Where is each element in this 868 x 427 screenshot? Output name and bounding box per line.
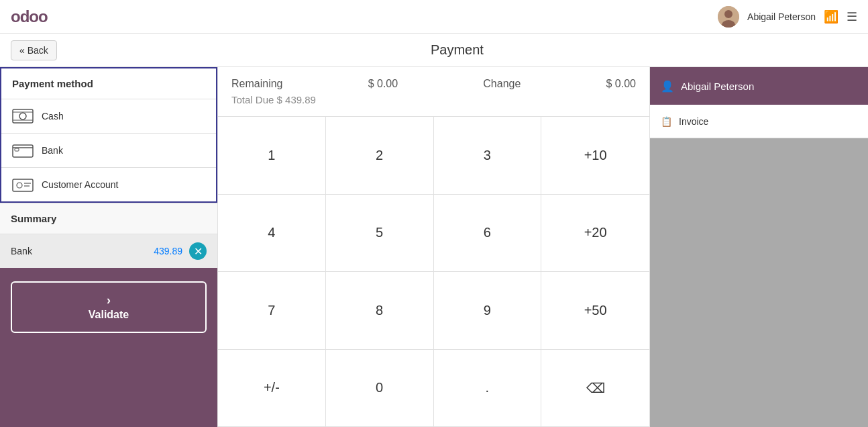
validate-section: › Validate: [0, 268, 217, 346]
validate-arrow: ›: [107, 293, 111, 307]
validate-label: Validate: [89, 309, 129, 321]
payment-method-section: Payment method Cash: [0, 67, 217, 203]
account-icon: [12, 177, 34, 192]
numpad-key-dot[interactable]: .: [434, 350, 542, 428]
customer-account-label: Customer Account: [42, 179, 118, 190]
svg-point-11: [17, 183, 22, 188]
remove-bank-button[interactable]: ✕: [189, 242, 207, 260]
invoice-icon: 📋: [661, 116, 672, 127]
numpad-key-plusslash-[interactable]: +/-: [218, 350, 326, 428]
person-icon: 👤: [661, 80, 674, 93]
payment-option-bank[interactable]: Bank: [1, 134, 216, 168]
change-label: Change: [483, 78, 521, 90]
total-due-value: $ 439.89: [277, 94, 316, 105]
remaining-label: Remaining: [231, 78, 282, 90]
validate-button[interactable]: › Validate: [11, 281, 207, 333]
numpad-key-8[interactable]: 8: [326, 272, 434, 350]
menu-icon[interactable]: ☰: [847, 9, 857, 24]
payment-option-customer-account[interactable]: Customer Account: [1, 168, 216, 201]
avatar: [718, 6, 739, 28]
bank-icon: [12, 143, 34, 158]
numpad-key-backspace[interactable]: ⌫: [541, 350, 649, 428]
summary-section: Summary Bank 439.89 ✕: [0, 203, 217, 268]
page-title: Payment: [57, 42, 857, 58]
topbar: odoo Abigail Peterson 📶 ☰: [0, 0, 868, 34]
cash-label: Cash: [42, 111, 64, 122]
numpad-key-2[interactable]: 2: [326, 117, 434, 195]
change-value: $ 0.00: [606, 78, 635, 90]
center-panel: Remaining $ 0.00 Change $ 0.00 Total Due…: [218, 67, 650, 427]
svg-rect-3: [13, 109, 33, 123]
wifi-icon: 📶: [824, 9, 838, 24]
summary-row: Bank 439.89 ✕: [0, 234, 217, 268]
payment-info-row2: Total Due $ 439.89: [231, 94, 636, 105]
svg-rect-8: [15, 148, 19, 151]
total-due-label: Total Due: [231, 94, 274, 105]
payment-info-row1: Remaining $ 0.00 Change $ 0.00: [231, 78, 636, 90]
right-user-header: 👤 Abigail Peterson: [650, 67, 868, 105]
summary-row-right: 439.89 ✕: [154, 242, 207, 260]
right-panel: 👤 Abigail Peterson 📋 Invoice: [650, 67, 868, 427]
invoice-row[interactable]: 📋 Invoice: [650, 105, 868, 138]
payment-info: Remaining $ 0.00 Change $ 0.00 Total Due…: [218, 67, 649, 117]
main-layout: Payment method Cash: [0, 67, 868, 427]
numpad: 123+10456+20789+50+/-0.⌫: [218, 117, 649, 427]
numpad-key-7[interactable]: 7: [218, 272, 326, 350]
topbar-username: Abigail Peterson: [747, 11, 816, 22]
cash-icon: [12, 109, 34, 124]
numpad-key-1[interactable]: 1: [218, 117, 326, 195]
summary-bank-amount: 439.89: [154, 246, 182, 256]
numpad-key-5[interactable]: 5: [326, 195, 434, 273]
summary-bank-label: Bank: [11, 246, 32, 256]
svg-point-4: [19, 113, 26, 120]
left-panel: Payment method Cash: [0, 67, 218, 427]
svg-rect-10: [13, 179, 33, 191]
numpad-key-6[interactable]: 6: [434, 195, 542, 273]
svg-point-1: [724, 10, 733, 18]
numpad-key-plus50[interactable]: +50: [541, 272, 649, 350]
numpad-key-3[interactable]: 3: [434, 117, 542, 195]
odoo-logo: odoo: [11, 7, 48, 26]
validate-bg: › Validate: [0, 268, 217, 427]
invoice-label: Invoice: [679, 116, 708, 127]
payment-method-title: Payment method: [1, 68, 216, 99]
numpad-key-4[interactable]: 4: [218, 195, 326, 273]
numpad-key-9[interactable]: 9: [434, 272, 542, 350]
numpad-key-plus10[interactable]: +10: [541, 117, 649, 195]
header-bar: « Back Payment: [0, 34, 868, 67]
numpad-key-plus20[interactable]: +20: [541, 195, 649, 273]
bank-label: Bank: [42, 145, 63, 156]
right-username: Abigail Peterson: [681, 81, 754, 92]
remaining-value: $ 0.00: [368, 78, 398, 90]
topbar-right: Abigail Peterson 📶 ☰: [718, 6, 857, 28]
numpad-key-0[interactable]: 0: [326, 350, 434, 428]
right-panel-gray-area: [650, 138, 868, 427]
summary-title: Summary: [0, 203, 217, 234]
payment-option-cash[interactable]: Cash: [1, 99, 216, 134]
back-button[interactable]: « Back: [11, 40, 57, 60]
